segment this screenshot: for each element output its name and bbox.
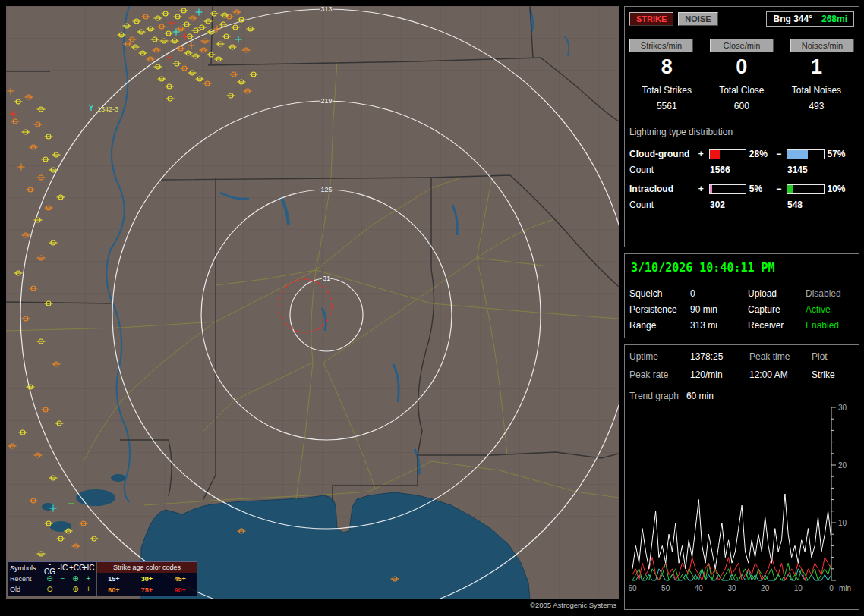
ic-plus-count: 302 — [699, 200, 777, 210]
total-noises: Total Noises 493 — [779, 85, 854, 112]
noises-per-min-button[interactable]: Noises/min — [790, 39, 854, 52]
strike-mode-button[interactable]: STRIKE — [629, 12, 673, 26]
age-15: 15+ — [108, 575, 119, 583]
strikes-per-min-value: 8 — [629, 55, 705, 79]
mode-toolbar: STRIKE NOISE Bng 344° 268mi — [629, 11, 854, 27]
svg-text:0: 0 — [829, 584, 834, 592]
copyright-text: ©2005 Astrogenic Systems — [530, 601, 616, 609]
close-per-min-button[interactable]: Close/min — [710, 39, 774, 52]
cg-plus-pct: 28% — [749, 149, 776, 159]
app-window: 31321912531 1342-3 Symbols -CG -IC +CG +… — [0, 0, 864, 616]
plus-sign: + — [698, 149, 706, 159]
trend-graph: 3020106050403020100min — [629, 407, 856, 596]
total-close: Total Close 600 — [705, 85, 780, 112]
peak-rate-value: 120/min — [690, 369, 749, 380]
noises-per-min-value: 1 — [779, 55, 854, 79]
trend-window-value: 60 min — [686, 391, 714, 401]
plot-label: Plot — [812, 351, 854, 362]
svg-text:min: min — [839, 584, 851, 592]
upload-status: Disabled — [806, 288, 854, 299]
total-strikes-value: 5561 — [629, 101, 705, 112]
ic-minus-bar — [787, 184, 824, 194]
total-strikes: Total Strikes 5561 — [629, 85, 705, 112]
capture-status: Active — [806, 304, 854, 315]
strike-stats-section: STRIKE NOISE Bng 344° 268mi Strikes/min … — [624, 6, 859, 247]
ic-plus-bar — [709, 184, 746, 194]
total-strikes-label: Total Strikes — [629, 85, 705, 96]
legend-col-pcg: +CG — [69, 564, 82, 572]
cg-count-label: Count — [629, 165, 699, 175]
lightning-map[interactable]: 31321912531 1342-3 Symbols -CG -IC +CG +… — [6, 6, 619, 599]
range-ring-label: 31 — [323, 275, 330, 282]
ic-plus-pct: 5% — [749, 184, 776, 194]
legend-recent-label: Recent — [10, 575, 43, 583]
trend-graph-label: Trend graph — [629, 391, 679, 401]
svg-text:30: 30 — [838, 404, 847, 412]
trend-line-intracloud — [632, 563, 831, 580]
svg-text:10: 10 — [794, 584, 803, 592]
svg-text:20: 20 — [838, 461, 847, 470]
bearing-value: Bng 344° — [773, 14, 812, 24]
plus-sign: + — [698, 184, 706, 194]
capture-label: Capture — [748, 304, 806, 315]
total-close-label: Total Close — [705, 85, 780, 96]
recent-ncg-icon: ⊖ — [43, 575, 56, 583]
settings-grid: Squelch 0 Upload Disabled Persistence 90… — [629, 288, 854, 331]
svg-text:40: 40 — [695, 584, 704, 592]
lake — [42, 503, 54, 511]
receiver-status: Enabled — [806, 320, 854, 331]
old-pcg-icon: ⊕ — [69, 586, 82, 593]
cloud-ground-label: Cloud-ground — [629, 149, 698, 159]
peak-rate-label: Peak rate — [629, 369, 690, 380]
age-75: 75+ — [141, 586, 153, 594]
legend-age-table: Strike age color codes 15+ 30+ 45+ 60+ 7… — [97, 562, 197, 596]
strikes-per-min-button[interactable]: Strikes/min — [629, 39, 693, 52]
ic-count-label: Count — [629, 200, 699, 210]
squelch-value: 0 — [690, 288, 748, 299]
rate-buttons-row: Strikes/min Close/min Noises/min — [629, 39, 854, 52]
age-90: 90+ — [175, 586, 186, 594]
svg-text:20: 20 — [761, 584, 770, 592]
svg-text:30: 30 — [727, 584, 736, 592]
rate-values-row: 8 0 1 — [629, 55, 854, 79]
minus-sign: − — [776, 149, 784, 159]
receiver-label: Receiver — [748, 320, 806, 331]
peak-time-label: Peak time — [749, 351, 812, 362]
peak-time-value: 12:00 AM — [749, 369, 812, 380]
trend-line-strikes — [632, 494, 831, 569]
noise-mode-button[interactable]: NOISE — [678, 12, 717, 26]
total-noises-label: Total Noises — [779, 85, 854, 96]
range-ring-label: 313 — [320, 6, 332, 13]
svg-text:60: 60 — [628, 584, 637, 592]
legend-age-header: Strike age color codes — [97, 562, 197, 573]
range-value: 313 mi — [690, 320, 748, 331]
trend-section: Uptime 1378:25 Peak time Plot Peak rate … — [624, 344, 859, 610]
uptime-label: Uptime — [629, 351, 690, 362]
range-ring-label: 219 — [320, 97, 332, 105]
persistence-label: Persistence — [629, 304, 690, 315]
svg-text:50: 50 — [661, 584, 670, 592]
distribution-title: Lightning type distribution — [629, 127, 854, 140]
datetime-display: 3/10/2026 10:40:11 PM — [629, 259, 854, 281]
map-legend: Symbols -CG -IC +CG +IC Recent ⊖ − ⊕ + O… — [8, 561, 197, 596]
trend-graph-header: Trend graph 60 min — [629, 391, 854, 401]
upload-label: Upload — [748, 288, 806, 299]
old-ncg-icon: ⊖ — [43, 586, 56, 593]
bearing-distance: 268mi — [821, 14, 847, 24]
map-canvas: 31321912531 1342-3 — [6, 6, 619, 599]
age-30: 30+ — [141, 575, 153, 583]
legend-age-recent-row: 15+ 30+ 45+ — [97, 573, 197, 584]
bearing-readout: Bng 344° 268mi — [766, 11, 854, 27]
cg-minus-pct: 57% — [828, 149, 854, 159]
lake — [76, 489, 115, 506]
total-noises-value: 493 — [779, 101, 854, 112]
range-label: Range — [629, 320, 690, 331]
age-45: 45+ — [175, 575, 186, 583]
old-nic-icon: − — [56, 586, 69, 593]
legend-col-ncg: -CG — [43, 561, 56, 576]
age-60: 60+ — [108, 586, 119, 594]
range-ring-label: 125 — [320, 186, 332, 193]
lake — [111, 474, 126, 482]
recent-nic-icon: − — [56, 575, 69, 583]
trend-axis: 3020106050403020100min — [628, 404, 851, 592]
